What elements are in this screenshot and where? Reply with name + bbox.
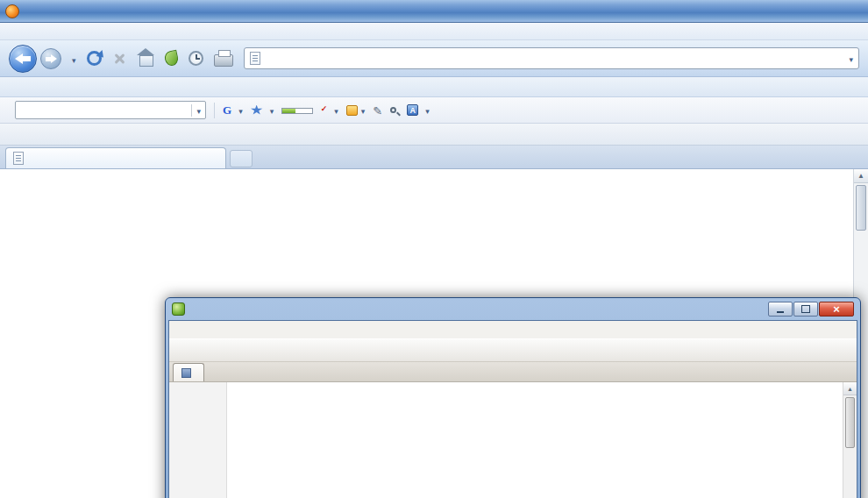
result-count[interactable] <box>390 107 399 113</box>
dropdown-icon <box>425 105 430 116</box>
new-tab-button[interactable] <box>230 150 253 167</box>
url-bar[interactable] <box>244 47 859 69</box>
firefox-nav-toolbar <box>0 40 868 77</box>
feed-icon[interactable] <box>163 50 179 68</box>
google-search-button[interactable]: G <box>223 103 243 117</box>
scrollbar-thumb[interactable] <box>845 397 855 448</box>
forward-button[interactable] <box>40 48 61 69</box>
notepadpp-window: ▲ <box>165 297 861 498</box>
magnifier-icon <box>390 107 396 113</box>
notepadpp-menubar <box>169 321 857 338</box>
document-tab[interactable] <box>173 363 204 381</box>
google-search-dropdown-icon[interactable] <box>191 104 201 117</box>
google-search-box[interactable] <box>15 101 206 119</box>
notepadpp-toolbar <box>169 338 857 362</box>
dropdown-icon <box>270 105 274 116</box>
autofill-icon <box>346 105 358 116</box>
back-button[interactable] <box>9 45 37 73</box>
notepadpp-tabbar <box>169 362 857 382</box>
firefox-titlebar[interactable] <box>0 0 868 23</box>
home-icon[interactable] <box>137 53 154 68</box>
background-window-ghost-text <box>0 0 868 23</box>
google-bookmarks-button[interactable] <box>251 105 274 116</box>
reload-icon[interactable] <box>87 51 102 66</box>
scroll-up-icon[interactable]: ▲ <box>843 382 857 395</box>
scrollbar-thumb[interactable] <box>856 185 866 231</box>
firefox-menubar <box>0 23 868 40</box>
google-g-icon: G <box>223 103 231 117</box>
dropdown-icon <box>361 105 366 116</box>
separator <box>214 103 215 118</box>
stop-icon[interactable] <box>112 52 126 66</box>
bookmarks-toolbar <box>0 77 868 97</box>
dropdown-icon <box>238 105 243 116</box>
webdeveloper-toolbar <box>0 124 868 146</box>
notepadpp-app-icon <box>172 302 185 316</box>
autofill-button[interactable] <box>346 105 366 116</box>
line-number-gutter <box>169 382 227 498</box>
history-clock-icon[interactable] <box>189 51 203 66</box>
dropdown-icon <box>334 105 338 116</box>
active-tab[interactable] <box>5 147 226 168</box>
spellcheck-button[interactable] <box>321 105 338 116</box>
print-icon[interactable] <box>214 54 233 67</box>
edit-icon[interactable] <box>373 103 382 118</box>
tab-favicon <box>13 152 24 165</box>
minimize-button[interactable] <box>768 302 793 317</box>
star-icon <box>251 105 263 116</box>
google-toolbar: G <box>0 97 868 124</box>
close-button[interactable] <box>819 302 854 317</box>
notepadpp-titlebar[interactable] <box>168 298 857 320</box>
pagerank-bar <box>281 108 313 114</box>
window-controls <box>768 302 854 317</box>
page-favicon <box>250 52 260 65</box>
url-dropdown-icon[interactable] <box>849 53 853 65</box>
translate-button[interactable] <box>407 104 430 116</box>
screen: G <box>0 0 868 498</box>
firefox-tabbar <box>0 146 868 169</box>
pagerank-widget[interactable] <box>281 107 313 114</box>
maximize-button[interactable] <box>793 302 818 317</box>
saved-file-icon <box>181 368 191 378</box>
editor-scrollbar[interactable]: ▲ <box>843 382 857 498</box>
text-editor[interactable] <box>227 382 843 498</box>
history-dropdown-icon[interactable] <box>72 51 76 67</box>
editor-area: ▲ <box>169 382 857 498</box>
translate-icon <box>407 104 418 116</box>
scroll-up-icon[interactable]: ▲ <box>854 169 868 183</box>
notepadpp-body: ▲ <box>168 320 857 498</box>
